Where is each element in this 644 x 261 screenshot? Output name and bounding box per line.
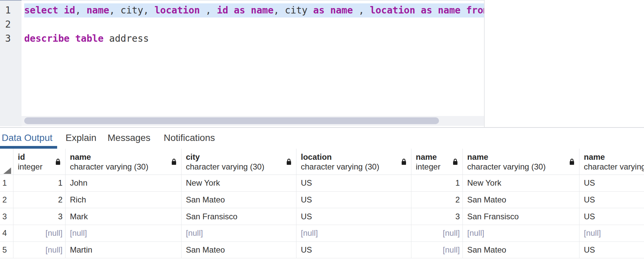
column-header-name-6[interactable]: namecharacter varying (30) — [579, 149, 644, 175]
grid-cell-r2-c6[interactable]: US — [579, 192, 644, 209]
sql-text — [432, 5, 438, 16]
row-number-2[interactable]: 2 — [0, 192, 13, 209]
grid-cell-r2-c1[interactable]: Rich — [66, 192, 182, 209]
grid-cell-r4-c5[interactable]: [null] — [463, 225, 579, 242]
sql-text — [70, 33, 75, 44]
data-output-grid: idintegernamecharacter varying (30)cityc… — [0, 149, 644, 261]
grid-row-3: 33MarkSan FransiscoUS3San FransiscoUS — [0, 208, 644, 225]
tab-data-output[interactable]: Data Output — [2, 128, 52, 149]
grid-cell-r2-c2[interactable]: San Mateo — [182, 192, 296, 209]
tab-explain[interactable]: Explain — [66, 128, 96, 149]
grid-cell-r5-c1[interactable]: Martin — [66, 242, 182, 259]
grid-cell-r3-c3[interactable]: US — [296, 208, 411, 225]
code-editor[interactable]: select id, name, city, location , id as … — [0, 0, 484, 116]
sql-text: , — [353, 5, 370, 16]
select-all-triangle-icon — [3, 167, 11, 174]
row-number-1[interactable]: 1 — [0, 175, 13, 192]
grid-cell-r1-c5[interactable]: New York — [463, 175, 579, 192]
grid-cell-r1-c0[interactable]: 1 — [13, 175, 66, 192]
column-type: character varying (30) — [301, 162, 398, 172]
sql-text: , city — [274, 5, 313, 16]
grid-cell-r5-c6[interactable]: US — [579, 242, 644, 259]
code-line-2[interactable] — [24, 17, 484, 32]
column-header-name-4[interactable]: nameinteger — [411, 149, 463, 175]
null-value: [null] — [584, 228, 601, 238]
grid-cell-r5-c3[interactable]: US — [296, 242, 411, 259]
grid-cell-r2-c5[interactable]: San Mateo — [463, 192, 579, 209]
select-all-corner-cell[interactable] — [0, 149, 13, 175]
editor-horizontal-scrollbar-thumb[interactable] — [24, 117, 439, 124]
grid-cell-r4-c3[interactable]: [null] — [296, 225, 411, 242]
sql-keyword: name — [438, 5, 460, 16]
column-lock-icon — [569, 158, 574, 165]
grid-cell-r2-c4[interactable]: 2 — [411, 192, 463, 209]
sql-keyword: name — [330, 5, 353, 16]
column-name: location — [301, 152, 398, 162]
grid-cell-r3-c5[interactable]: San Fransisco — [463, 208, 579, 225]
column-type: character varying (30) — [584, 162, 644, 172]
grid-cell-r1-c3[interactable]: US — [296, 175, 411, 192]
grid-row-5: 5[null]MartinSan MateoUS[null]San MateoU… — [0, 242, 644, 259]
null-value: [null] — [301, 228, 318, 238]
sql-keyword: table — [75, 33, 104, 44]
column-header-name-1[interactable]: namecharacter varying (30) — [66, 149, 182, 175]
grid-cell-r2-c3[interactable]: US — [296, 192, 411, 209]
column-lock-icon — [171, 158, 176, 165]
line-number-1: 1 — [0, 3, 22, 17]
grid-cell-r4-c2[interactable]: [null] — [182, 225, 296, 242]
code-lines: select id, name, city, location , id as … — [24, 3, 484, 46]
grid-cell-r4-c4[interactable]: [null] — [411, 225, 463, 242]
grid-cell-r3-c2[interactable]: San Fransisco — [182, 208, 296, 225]
column-type: character varying (30) — [70, 162, 168, 172]
null-value: [null] — [70, 228, 87, 238]
row-number-5[interactable]: 5 — [0, 242, 13, 259]
grid-cell-r3-c6[interactable]: US — [579, 208, 644, 225]
editor-panel-right-divider — [484, 0, 485, 127]
sql-text — [245, 5, 251, 16]
column-type: character varying (30) — [467, 162, 566, 172]
null-value: [null] — [443, 228, 460, 238]
column-name: name — [467, 152, 566, 162]
code-line-1[interactable]: select id, name, city, location , id as … — [24, 3, 484, 17]
grid-body: 11JohnNew YorkUS1New YorkUS22RichSan Mat… — [0, 175, 644, 258]
editor-top-hairline — [22, 0, 484, 1]
grid-cell-r5-c5[interactable]: San Mateo — [463, 242, 579, 259]
sql-keyword: select — [24, 5, 58, 16]
column-lock-icon — [401, 158, 406, 165]
null-value: [null] — [186, 228, 203, 238]
grid-cell-r5-c0[interactable]: [null] — [13, 242, 66, 259]
null-value: [null] — [467, 228, 484, 238]
column-type: character varying (30) — [186, 162, 283, 172]
code-line-3[interactable]: describe table address — [24, 32, 484, 46]
sql-keyword: id — [217, 5, 228, 16]
sql-text — [58, 5, 64, 16]
grid-cell-r4-c6[interactable]: [null] — [579, 225, 644, 242]
column-header-id-0[interactable]: idinteger — [13, 149, 66, 175]
tab-messages[interactable]: Messages — [108, 128, 151, 149]
column-name: city — [186, 152, 283, 162]
editor-line-number-gutter: 123 — [0, 0, 22, 126]
grid-cell-r4-c0[interactable]: [null] — [13, 225, 66, 242]
column-header-city-2[interactable]: citycharacter varying (30) — [182, 149, 296, 175]
grid-cell-r3-c0[interactable]: 3 — [13, 208, 66, 225]
column-type: integer — [18, 162, 52, 172]
row-number-3[interactable]: 3 — [0, 208, 13, 225]
grid-cell-r1-c2[interactable]: New York — [182, 175, 296, 192]
editor-horizontal-scrollbar[interactable] — [22, 116, 484, 126]
grid-cell-r4-c1[interactable]: [null] — [66, 225, 182, 242]
column-name: name — [70, 152, 168, 162]
column-header-name-5[interactable]: namecharacter varying (30) — [463, 149, 579, 175]
line-number-3: 3 — [0, 32, 22, 46]
grid-cell-r5-c4[interactable]: [null] — [411, 242, 463, 259]
grid-cell-r5-c2[interactable]: San Mateo — [182, 242, 296, 259]
row-number-4[interactable]: 4 — [0, 225, 13, 242]
column-header-location-3[interactable]: locationcharacter varying (30) — [296, 149, 411, 175]
grid-cell-r3-c1[interactable]: Mark — [66, 208, 182, 225]
column-name: id — [18, 152, 52, 162]
grid-cell-r1-c4[interactable]: 1 — [411, 175, 463, 192]
grid-cell-r2-c0[interactable]: 2 — [13, 192, 66, 209]
grid-cell-r1-c6[interactable]: US — [579, 175, 644, 192]
grid-cell-r3-c4[interactable]: 3 — [411, 208, 463, 225]
tab-notifications[interactable]: Notifications — [164, 128, 215, 149]
grid-cell-r1-c1[interactable]: John — [66, 175, 182, 192]
